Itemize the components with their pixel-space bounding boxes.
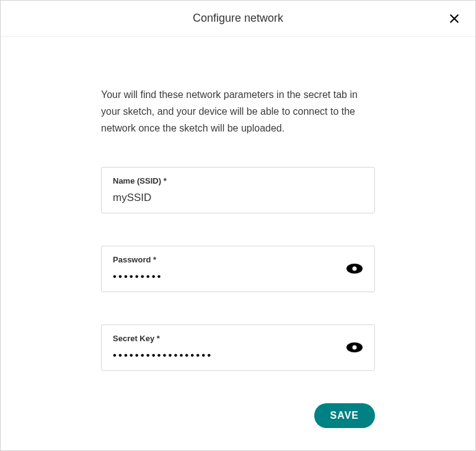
secret-key-label: Secret Key *	[113, 334, 363, 343]
toggle-password-visibility[interactable]	[346, 262, 363, 275]
save-button[interactable]: SAVE	[314, 403, 375, 428]
dialog-header: Configure network	[1, 1, 475, 37]
password-input[interactable]: •••••••••	[113, 270, 363, 283]
secret-key-field-group: Secret Key * ••••••••••••••••••	[101, 324, 375, 371]
close-button[interactable]	[448, 12, 461, 25]
svg-point-5	[353, 346, 357, 350]
svg-point-3	[353, 267, 357, 271]
dialog-title: Configure network	[193, 12, 283, 25]
description-text: Your will find these network parameters …	[101, 86, 375, 137]
dialog-content: Your will find these network parameters …	[1, 37, 475, 451]
password-field-group: Password * •••••••••	[101, 246, 375, 292]
close-icon	[448, 12, 461, 25]
ssid-input[interactable]	[113, 192, 363, 204]
eye-icon	[346, 262, 363, 275]
ssid-field-group: Name (SSID) *	[101, 167, 375, 213]
ssid-label: Name (SSID) *	[113, 176, 363, 185]
password-label: Password *	[113, 255, 363, 264]
button-row: SAVE	[101, 403, 375, 428]
secret-key-input[interactable]: ••••••••••••••••••	[113, 349, 363, 362]
eye-icon	[346, 341, 363, 354]
toggle-secret-key-visibility[interactable]	[346, 341, 363, 354]
